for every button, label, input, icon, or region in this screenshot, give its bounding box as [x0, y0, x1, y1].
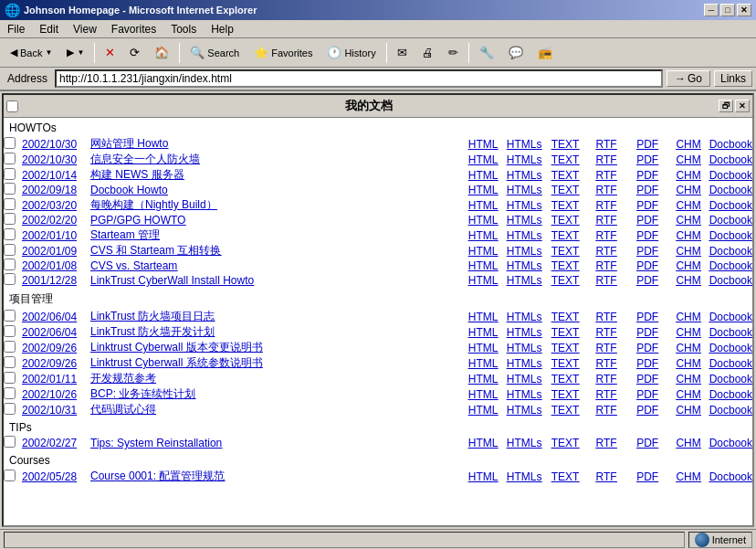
edit-button[interactable]: ✏: [442, 41, 465, 65]
text-link[interactable]: TEXT: [551, 245, 580, 258]
minimize-button[interactable]: ─: [704, 4, 719, 16]
menu-file[interactable]: File: [0, 22, 32, 36]
html-link[interactable]: HTML: [468, 373, 499, 385]
menu-help[interactable]: Help: [204, 22, 241, 36]
row-checkbox[interactable]: [4, 228, 16, 240]
row-checkbox[interactable]: [4, 387, 16, 399]
pdf-link[interactable]: PDF: [636, 437, 658, 449]
docbook-link[interactable]: Docbook: [709, 311, 752, 323]
date-link[interactable]: 2002/05/28: [22, 470, 77, 483]
menu-tools[interactable]: Tools: [163, 22, 204, 36]
docbook-link[interactable]: Docbook: [709, 470, 752, 483]
go-button[interactable]: → Go: [667, 70, 710, 87]
docbook-link[interactable]: Docbook: [709, 169, 752, 182]
content-frame[interactable]: 我的文档 🗗 ✕ HOWTOs 2002/10/30 网站管理 Howto HT…: [2, 93, 754, 527]
date-link[interactable]: 2002/01/11: [22, 373, 77, 385]
pdf-link[interactable]: PDF: [636, 153, 658, 166]
rtf-link[interactable]: RTF: [596, 199, 617, 212]
row-checkbox[interactable]: [4, 470, 16, 481]
title-link[interactable]: CVS vs. Starteam: [90, 259, 177, 272]
stop-button[interactable]: ✕: [99, 41, 121, 65]
row-checkbox[interactable]: [4, 244, 16, 256]
htmls-link[interactable]: HTMLs: [507, 311, 542, 323]
rtf-link[interactable]: RTF: [596, 470, 617, 483]
html-link[interactable]: HTML: [468, 274, 499, 287]
docbook-link[interactable]: Docbook: [709, 214, 752, 227]
chm-link[interactable]: CHM: [676, 373, 700, 385]
rtf-link[interactable]: RTF: [596, 169, 617, 182]
rtf-link[interactable]: RTF: [596, 245, 617, 258]
date-link[interactable]: 2002/01/08: [22, 259, 77, 272]
docbook-link[interactable]: Docbook: [709, 404, 752, 417]
date-link[interactable]: 2001/12/28: [22, 274, 77, 287]
html-link[interactable]: HTML: [468, 199, 499, 212]
date-link[interactable]: 2002/01/09: [22, 245, 77, 258]
chm-link[interactable]: CHM: [676, 245, 700, 258]
htmls-link[interactable]: HTMLs: [507, 388, 542, 401]
chm-link[interactable]: CHM: [676, 274, 700, 287]
docbook-link[interactable]: Docbook: [709, 153, 752, 166]
links-button[interactable]: Links: [714, 70, 752, 87]
htmls-link[interactable]: HTMLs: [507, 199, 542, 212]
chm-link[interactable]: CHM: [676, 388, 700, 401]
rtf-link[interactable]: RTF: [596, 404, 617, 417]
html-link[interactable]: HTML: [468, 404, 499, 417]
row-checkbox[interactable]: [4, 137, 16, 149]
pdf-link[interactable]: PDF: [636, 138, 658, 151]
rtf-link[interactable]: RTF: [596, 153, 617, 166]
address-input[interactable]: [55, 69, 663, 88]
row-checkbox[interactable]: [4, 153, 16, 164]
row-checkbox[interactable]: [4, 310, 16, 322]
pdf-link[interactable]: PDF: [636, 245, 658, 258]
date-link[interactable]: 2002/03/20: [22, 199, 77, 212]
chm-link[interactable]: CHM: [676, 229, 700, 242]
htmls-link[interactable]: HTMLs: [507, 404, 542, 417]
title-link[interactable]: 开发规范参考: [90, 372, 156, 385]
row-checkbox[interactable]: [4, 259, 16, 270]
chm-link[interactable]: CHM: [676, 184, 700, 196]
rtf-link[interactable]: RTF: [596, 259, 617, 272]
title-link[interactable]: Docbook Howto: [90, 184, 168, 196]
title-link[interactable]: 信息安全一个人防火墙: [90, 153, 200, 165]
chm-link[interactable]: CHM: [676, 214, 700, 227]
title-link[interactable]: Starteam 管理: [90, 228, 160, 241]
pdf-link[interactable]: PDF: [636, 229, 658, 242]
text-link[interactable]: TEXT: [551, 437, 580, 449]
docbook-link[interactable]: Docbook: [709, 245, 752, 258]
htmls-link[interactable]: HTMLs: [507, 274, 542, 287]
rtf-link[interactable]: RTF: [596, 357, 617, 370]
pdf-link[interactable]: PDF: [636, 259, 658, 272]
html-link[interactable]: HTML: [468, 214, 499, 227]
favorites-button[interactable]: ⭐ Favorites: [247, 41, 319, 65]
chm-link[interactable]: CHM: [676, 404, 700, 417]
docbook-link[interactable]: Docbook: [709, 357, 752, 370]
docbook-link[interactable]: Docbook: [709, 229, 752, 242]
htmls-link[interactable]: HTMLs: [507, 245, 542, 258]
text-link[interactable]: TEXT: [551, 274, 580, 287]
maximize-button[interactable]: □: [720, 4, 735, 16]
chm-link[interactable]: CHM: [676, 326, 700, 339]
pdf-link[interactable]: PDF: [636, 342, 658, 354]
text-link[interactable]: TEXT: [551, 326, 580, 339]
pdf-link[interactable]: PDF: [636, 184, 658, 196]
title-link[interactable]: 代码调试心得: [90, 403, 156, 416]
docbook-link[interactable]: Docbook: [709, 326, 752, 339]
menu-favorites[interactable]: Favorites: [104, 22, 163, 36]
row-checkbox[interactable]: [4, 273, 16, 285]
text-link[interactable]: TEXT: [551, 153, 580, 166]
htmls-link[interactable]: HTMLs: [507, 259, 542, 272]
text-link[interactable]: TEXT: [551, 388, 580, 401]
date-link[interactable]: 2002/06/04: [22, 311, 77, 323]
forward-button[interactable]: ▶ ▼: [60, 41, 90, 65]
rtf-link[interactable]: RTF: [596, 342, 617, 354]
print-button[interactable]: 🖨: [415, 41, 440, 65]
htmls-link[interactable]: HTMLs: [507, 184, 542, 196]
text-link[interactable]: TEXT: [551, 470, 580, 483]
htmls-link[interactable]: HTMLs: [507, 437, 542, 449]
row-checkbox[interactable]: [4, 183, 16, 195]
htmls-link[interactable]: HTMLs: [507, 373, 542, 385]
date-link[interactable]: 2002/10/30: [22, 138, 77, 151]
rtf-link[interactable]: RTF: [596, 311, 617, 323]
menu-view[interactable]: View: [66, 22, 104, 36]
docbook-link[interactable]: Docbook: [709, 138, 752, 151]
